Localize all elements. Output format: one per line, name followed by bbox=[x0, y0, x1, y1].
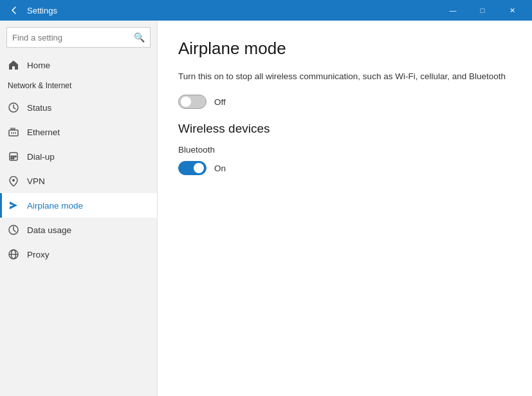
toggle-knob bbox=[181, 97, 191, 107]
toggle-knob bbox=[194, 163, 204, 173]
svg-point-5 bbox=[15, 156, 16, 157]
sidebar-item-label: VPN bbox=[27, 176, 45, 186]
datausage-icon bbox=[8, 224, 19, 236]
sidebar-item-label: Status bbox=[27, 103, 51, 113]
search-input[interactable] bbox=[12, 33, 134, 42]
airplane-toggle-row: Off bbox=[178, 95, 511, 109]
ethernet-icon bbox=[8, 126, 19, 138]
sidebar-item-status[interactable]: Status bbox=[0, 95, 157, 120]
sidebar-item-label: Airplane mode bbox=[27, 201, 83, 211]
sidebar-section-label: Network & Internet bbox=[0, 77, 157, 95]
app-container: 🔍 Home Network & Internet Status bbox=[0, 21, 532, 396]
app-title: Settings bbox=[23, 6, 438, 15]
bluetooth-label: Bluetooth bbox=[178, 145, 511, 155]
sidebar-item-label: Dial-up bbox=[27, 152, 55, 162]
minimize-button[interactable]: — bbox=[438, 0, 468, 21]
home-icon bbox=[8, 59, 19, 71]
close-button[interactable]: ✕ bbox=[497, 0, 527, 21]
dialup-icon bbox=[8, 151, 19, 162]
svg-point-3 bbox=[11, 156, 12, 157]
svg-point-8 bbox=[12, 179, 15, 182]
sidebar-item-proxy[interactable]: Proxy bbox=[0, 242, 157, 267]
title-bar: Settings — □ ✕ bbox=[0, 0, 532, 21]
content-area: Airplane mode Turn this on to stop all w… bbox=[158, 21, 532, 396]
sidebar-item-dialup[interactable]: Dial-up bbox=[0, 144, 157, 169]
sidebar-item-label: Proxy bbox=[27, 250, 50, 259]
page-title: Airplane mode bbox=[178, 39, 511, 59]
sidebar-item-label: Ethernet bbox=[27, 127, 60, 137]
back-button[interactable] bbox=[5, 1, 23, 19]
airplane-toggle-label: Off bbox=[214, 97, 226, 107]
svg-point-7 bbox=[13, 158, 14, 159]
sidebar-item-home[interactable]: Home bbox=[0, 53, 157, 77]
sidebar: 🔍 Home Network & Internet Status bbox=[0, 21, 158, 396]
bluetooth-toggle-label: On bbox=[214, 164, 226, 173]
bluetooth-toggle-row: On bbox=[178, 161, 511, 175]
airplane-icon bbox=[8, 200, 19, 211]
proxy-icon bbox=[8, 249, 19, 260]
airplane-description: Turn this on to stop all wireless commun… bbox=[178, 70, 511, 83]
svg-point-4 bbox=[13, 156, 14, 157]
search-box[interactable]: 🔍 bbox=[6, 27, 151, 48]
bluetooth-toggle[interactable] bbox=[178, 161, 206, 175]
search-icon: 🔍 bbox=[134, 32, 145, 42]
wireless-devices-title: Wireless devices bbox=[178, 122, 511, 136]
sidebar-item-label: Data usage bbox=[27, 225, 71, 235]
window-controls: — □ ✕ bbox=[438, 0, 527, 21]
maximize-button[interactable]: □ bbox=[468, 0, 497, 21]
sidebar-item-label: Home bbox=[27, 61, 50, 70]
svg-point-6 bbox=[11, 158, 12, 159]
airplane-toggle[interactable] bbox=[178, 95, 206, 109]
sidebar-item-airplane[interactable]: Airplane mode bbox=[0, 193, 157, 218]
sidebar-item-datausage[interactable]: Data usage bbox=[0, 218, 157, 242]
status-icon bbox=[8, 102, 19, 113]
sidebar-item-ethernet[interactable]: Ethernet bbox=[0, 120, 157, 144]
vpn-icon bbox=[8, 175, 19, 187]
sidebar-item-vpn[interactable]: VPN bbox=[0, 169, 157, 193]
